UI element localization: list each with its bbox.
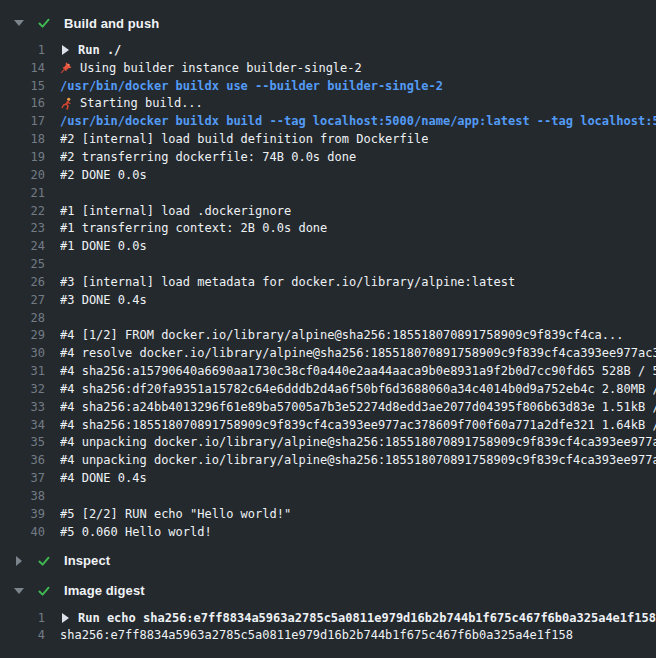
line-text-content: #2 DONE 0.0s xyxy=(60,168,147,182)
log-line: 34#4 sha256:185518070891758909c9f839cf4c… xyxy=(0,416,656,434)
line-text: #4 unpacking docker.io/library/alpine@sh… xyxy=(60,435,656,449)
line-number[interactable]: 16 xyxy=(0,96,45,110)
line-number[interactable]: 21 xyxy=(0,186,45,200)
line-number[interactable]: 39 xyxy=(0,507,45,521)
line-number[interactable]: 1 xyxy=(0,43,45,57)
chevron-down-icon[interactable] xyxy=(14,20,24,26)
log-line: 14Using builder instance builder-single-… xyxy=(0,59,656,77)
line-number[interactable]: 22 xyxy=(0,204,45,218)
line-text: sha256:e7ff8834a5963a2785c5a0811e979d16b… xyxy=(60,628,573,642)
line-text-content: /usr/bin/docker buildx build --tag local… xyxy=(60,114,656,128)
line-number[interactable]: 33 xyxy=(0,400,45,414)
line-number[interactable]: 20 xyxy=(0,168,45,182)
line-text-content: Run ./ xyxy=(78,43,121,57)
line-number[interactable]: 36 xyxy=(0,453,45,467)
log-line: 21 xyxy=(0,184,656,202)
log-line: 24#1 DONE 0.0s xyxy=(0,237,656,255)
line-number[interactable]: 23 xyxy=(0,221,45,235)
line-text-content: #4 sha256:a15790640a6690aa1730c38cf0a440… xyxy=(60,364,656,378)
line-text-content: sha256:e7ff8834a5963a2785c5a0811e979d16b… xyxy=(60,628,573,642)
log-line: 39#5 [2/2] RUN echo "Hello world!" xyxy=(0,505,656,523)
line-text: #2 [internal] load build definition from… xyxy=(60,132,428,146)
log-line: 33#4 sha256:a24bb4013296f61e89ba57005a7b… xyxy=(0,398,656,416)
line-number[interactable]: 35 xyxy=(0,435,45,449)
line-number[interactable]: 29 xyxy=(0,328,45,342)
line-text-content: #4 sha256:185518070891758909c9f839cf4ca3… xyxy=(60,418,656,432)
line-text: #4 resolve docker.io/library/alpine@sha2… xyxy=(60,346,656,360)
line-text: #4 sha256:a24bb4013296f61e89ba57005a7b3e… xyxy=(60,400,656,414)
line-number[interactable]: 1 xyxy=(0,611,45,625)
line-text: /usr/bin/docker buildx build --tag local… xyxy=(60,114,656,128)
line-text-content: #3 DONE 0.4s xyxy=(60,293,147,307)
log-line: 4sha256:e7ff8834a5963a2785c5a0811e979d16… xyxy=(0,626,656,644)
line-text: #2 transferring dockerfile: 74B 0.0s don… xyxy=(60,150,356,164)
runner-icon xyxy=(60,97,73,110)
line-number[interactable]: 38 xyxy=(0,489,45,503)
line-text-content: Run echo sha256:e7ff8834a5963a2785c5a081… xyxy=(78,611,656,625)
log-line: 30#4 resolve docker.io/library/alpine@sh… xyxy=(0,344,656,362)
line-text: /usr/bin/docker buildx use --builder bui… xyxy=(60,79,443,93)
line-text: #2 DONE 0.0s xyxy=(60,168,147,182)
pushpin-icon xyxy=(60,61,73,74)
log-line: 28 xyxy=(0,309,656,327)
line-text: #4 unpacking docker.io/library/alpine@sh… xyxy=(60,453,656,467)
log-section-inspect: Inspect xyxy=(0,546,656,576)
line-number[interactable]: 32 xyxy=(0,382,45,396)
line-text-content: #4 unpacking docker.io/library/alpine@sh… xyxy=(60,435,656,449)
log-line: 20#2 DONE 0.0s xyxy=(0,166,656,184)
check-success-icon xyxy=(37,554,51,568)
line-text: #1 transferring context: 2B 0.0s done xyxy=(60,221,327,235)
line-number[interactable]: 28 xyxy=(0,311,45,325)
section-header-inspect[interactable]: Inspect xyxy=(0,546,656,576)
log-line: 18#2 [internal] load build definition fr… xyxy=(0,130,656,148)
line-text-content: #4 unpacking docker.io/library/alpine@sh… xyxy=(60,453,656,467)
log-line: 27#3 DONE 0.4s xyxy=(0,291,656,309)
line-text: Starting build... xyxy=(60,96,203,110)
log-line: 32#4 sha256:df20fa9351a15782c64e6dddb2d4… xyxy=(0,380,656,398)
line-text-content: #1 DONE 0.0s xyxy=(60,239,147,253)
expand-group-icon[interactable] xyxy=(62,613,69,623)
chevron-right-icon[interactable] xyxy=(16,556,22,566)
line-number[interactable]: 40 xyxy=(0,525,45,539)
line-number[interactable]: 4 xyxy=(0,628,45,642)
log-line: 36#4 unpacking docker.io/library/alpine@… xyxy=(0,451,656,469)
chevron-down-icon[interactable] xyxy=(14,588,24,594)
line-number[interactable]: 26 xyxy=(0,275,45,289)
line-text-content: #3 [internal] load metadata for docker.i… xyxy=(60,275,515,289)
log-line: 37#4 DONE 0.4s xyxy=(0,469,656,487)
line-number[interactable]: 18 xyxy=(0,132,45,146)
line-number[interactable]: 27 xyxy=(0,293,45,307)
line-text-content: Starting build... xyxy=(80,96,203,110)
line-text: Run ./ xyxy=(60,43,121,57)
line-number[interactable]: 25 xyxy=(0,257,45,271)
line-number[interactable]: 17 xyxy=(0,114,45,128)
expand-group-icon[interactable] xyxy=(62,45,69,55)
line-text-content: #1 [internal] load .dockerignore xyxy=(60,204,291,218)
line-number[interactable]: 24 xyxy=(0,239,45,253)
line-text: #3 DONE 0.4s xyxy=(60,293,147,307)
section-title: Image digest xyxy=(64,583,145,598)
section-header-build-and-push[interactable]: Build and push xyxy=(0,8,656,38)
section-log-lines: 1Run ./14Using builder instance builder-… xyxy=(0,41,656,541)
log-line: 1Run ./ xyxy=(0,41,656,59)
check-success-icon xyxy=(37,16,51,30)
log-line: 38 xyxy=(0,487,656,505)
line-number[interactable]: 30 xyxy=(0,346,45,360)
line-number[interactable]: 15 xyxy=(0,79,45,93)
line-number[interactable]: 19 xyxy=(0,150,45,164)
log-line: 25 xyxy=(0,255,656,273)
line-number[interactable]: 37 xyxy=(0,471,45,485)
section-header-image-digest[interactable]: Image digest xyxy=(0,576,656,606)
line-text-content: /usr/bin/docker buildx use --builder bui… xyxy=(60,79,443,93)
line-number[interactable]: 14 xyxy=(0,61,45,75)
line-text-content: Using builder instance builder-single-2 xyxy=(80,61,362,75)
line-text: #3 [internal] load metadata for docker.i… xyxy=(60,275,515,289)
line-text: #1 [internal] load .dockerignore xyxy=(60,204,291,218)
check-success-icon xyxy=(37,584,51,598)
line-text-content: #5 [2/2] RUN echo "Hello world!" xyxy=(60,507,291,521)
section-log-lines: 1Run echo sha256:e7ff8834a5963a2785c5a08… xyxy=(0,609,656,645)
line-number[interactable]: 34 xyxy=(0,418,45,432)
log-line: 17/usr/bin/docker buildx build --tag loc… xyxy=(0,112,656,130)
line-number[interactable]: 31 xyxy=(0,364,45,378)
log-line: 26#3 [internal] load metadata for docker… xyxy=(0,273,656,291)
